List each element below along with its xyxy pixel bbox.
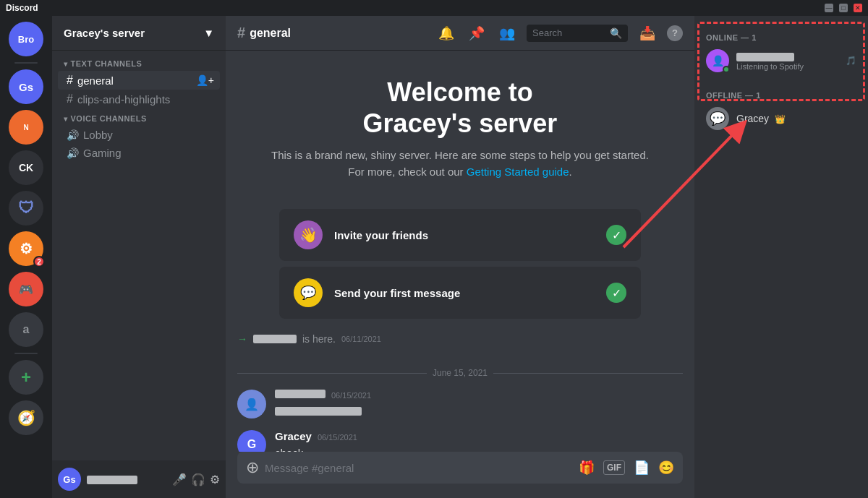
text-channels-header[interactable]: ▾ TEXT CHANNELS — [52, 56, 226, 71]
channel-list: ▾ TEXT CHANNELS # general 👤+ # clips-and… — [52, 51, 226, 460]
text-channels-chevron: ▾ — [64, 60, 68, 68]
channel-header-name: # general — [237, 25, 291, 41]
mic-button[interactable]: 🎤 — [172, 473, 187, 486]
settings-button[interactable]: ⚙ — [210, 473, 220, 486]
channel-item-clips-left: # clips-and-highlights — [67, 93, 170, 106]
headset-button[interactable]: 🎧 — [191, 473, 205, 486]
member-item-online-1[interactable]: 👤 Listening to Spotify 🎵 — [700, 45, 862, 77]
messages-area[interactable]: Welcome to Gracey's server This is a bra… — [226, 51, 694, 452]
add-attachment-button[interactable]: ⊕ — [246, 458, 259, 477]
main-and-members: # general 🔔 📌 👥 🔍 📥 ? Wel — [226, 16, 868, 498]
welcome-title-line2: Gracey's server — [363, 108, 558, 138]
message-text-blur-1 — [275, 407, 362, 416]
channel-item-clips[interactable]: # clips-and-highlights — [58, 90, 220, 108]
server-icon-pinoy[interactable]: 🎮 — [9, 272, 43, 306]
welcome-title: Welcome to Gracey's server — [266, 77, 654, 139]
text-channels-category: ▾ TEXT CHANNELS # general 👤+ # clips-and… — [52, 56, 226, 108]
message-input[interactable] — [265, 462, 573, 474]
close-button[interactable]: ✕ — [854, 4, 862, 12]
voice-channels-label: VOICE CHANNELS — [71, 114, 147, 123]
titlebar: Discord — □ ✕ — [0, 0, 868, 16]
message-avatar-1-icon: 👤 — [244, 398, 259, 411]
member-avatar-offline-1: 💬 — [706, 107, 729, 130]
voice-channels-header[interactable]: ▾ VOICE CHANNELS — [52, 111, 226, 126]
channel-header: # general 🔔 📌 👥 🔍 📥 ? — [226, 16, 694, 51]
system-arrow-icon: → — [237, 333, 247, 345]
voice-channel-name-gaming: Gaming — [83, 147, 122, 159]
server-notification-steelseries: ⚙ 2 — [9, 231, 43, 266]
server-header[interactable]: Gracey's server ▼ — [52, 16, 226, 51]
maximize-button[interactable]: □ — [839, 4, 848, 12]
message-input-box: ⊕ 🎁 GIF 📄 😊 — [237, 452, 683, 484]
server-divider-2 — [14, 353, 38, 354]
channel-name-general: general — [77, 74, 114, 87]
message-content-2: Gracey 06/15/2021 check — [275, 430, 683, 452]
titlebar-left: Discord — [6, 3, 38, 13]
bell-icon[interactable]: 🔔 — [435, 22, 457, 44]
search-input[interactable] — [532, 27, 605, 38]
channel-item-general[interactable]: # general 👤+ — [58, 71, 220, 90]
setup-cards: 👋 Invite your friends ✓ 💬 Send your firs… — [279, 209, 641, 319]
message-timestamp-1: 06/15/2021 — [331, 391, 371, 400]
user-avatar-initials: Gs — [63, 474, 75, 485]
message-avatar-2: G — [237, 430, 266, 452]
username-blur — [87, 476, 137, 484]
getting-started-link[interactable]: Getting Started guide — [467, 166, 569, 178]
channel-item-general-left: # general — [67, 74, 114, 87]
main-content: # general 🔔 📌 👥 🔍 📥 ? Wel — [226, 16, 694, 498]
setup-card-check-message: ✓ — [606, 283, 626, 303]
welcome-description: This is a brand new, shiny server. Here … — [266, 147, 654, 180]
setup-card-icon-invite: 👋 — [294, 220, 323, 249]
add-server-button[interactable]: + — [9, 360, 43, 395]
server-icon-a[interactable]: a — [9, 312, 43, 347]
voice-channel-name-lobby: Lobby — [83, 129, 113, 141]
welcome-banner: Welcome to Gracey's server This is a bra… — [237, 62, 683, 194]
upload-button[interactable]: 📄 — [634, 460, 650, 476]
discord-home-button[interactable]: Bro — [9, 22, 43, 56]
system-message-date: 06/11/2021 — [341, 335, 381, 343]
message-text-1 — [275, 403, 683, 418]
user-avatar: Gs — [58, 468, 81, 491]
gif-button[interactable]: GIF — [603, 460, 625, 475]
notification-badge: 2 — [33, 256, 45, 267]
server-icon-newer[interactable]: N — [9, 110, 43, 145]
setup-card-message[interactable]: 💬 Send your first message ✓ — [279, 267, 641, 319]
pin-icon[interactable]: 📌 — [466, 22, 488, 44]
member-name-blur — [736, 53, 794, 61]
setup-card-check-invite: ✓ — [606, 225, 626, 245]
voice-channel-gaming[interactable]: 🔊 Gaming — [58, 144, 220, 162]
search-bar[interactable]: 🔍 — [527, 25, 628, 42]
member-info-online-1: Listening to Spotify — [736, 51, 838, 71]
message-text-2: check — [275, 445, 683, 452]
member-item-offline-1[interactable]: 💬 Gracey 👑 — [700, 103, 862, 134]
add-member-icon-general[interactable]: 👤+ — [196, 74, 214, 86]
minimize-button[interactable]: — — [825, 4, 833, 12]
user-bar: Gs 🎤 🎧 ⚙ — [52, 460, 226, 498]
discover-button[interactable]: 🧭 — [9, 400, 43, 435]
member-info-offline-1: Gracey 👑 — [736, 113, 856, 124]
message-header-2: Gracey 06/15/2021 — [275, 430, 683, 442]
server-icon-shield[interactable]: 🛡 — [9, 191, 43, 226]
offline-section-header: OFFLINE — 1 — [700, 85, 862, 103]
member-sidebar: ONLINE — 1 👤 Listening to Spotify 🎵 OFFL… — [694, 16, 868, 498]
input-actions: 🎁 GIF 📄 😊 — [579, 460, 674, 476]
server-icon-gs[interactable]: Gs — [9, 69, 43, 104]
server-dropdown-icon: ▼ — [203, 27, 214, 39]
server-icon-ck[interactable]: CK — [9, 150, 43, 185]
inbox-icon[interactable]: 📥 — [637, 22, 658, 44]
setup-card-invite[interactable]: 👋 Invite your friends ✓ — [279, 209, 641, 261]
message-author-2: Gracey — [275, 430, 312, 442]
members-icon[interactable]: 👥 — [496, 22, 518, 44]
help-icon[interactable]: ? — [667, 25, 683, 41]
emoji-button[interactable]: 😊 — [658, 460, 674, 476]
setup-card-icon-message: 💬 — [294, 278, 323, 307]
gift-button[interactable]: 🎁 — [579, 460, 595, 476]
voice-channel-lobby[interactable]: 🔊 Lobby — [58, 126, 220, 144]
user-controls: 🎤 🎧 ⚙ — [172, 473, 220, 486]
message-input-area: ⊕ 🎁 GIF 📄 😊 — [226, 452, 694, 498]
server-name: Gracey's server — [64, 27, 145, 39]
member-avatar-gray-offline: 💬 — [706, 107, 729, 130]
channel-hash-general: # — [67, 74, 73, 87]
voice-channels-category: ▾ VOICE CHANNELS 🔊 Lobby 🔊 Gaming — [52, 111, 226, 162]
date-separator-line-right — [493, 373, 683, 374]
